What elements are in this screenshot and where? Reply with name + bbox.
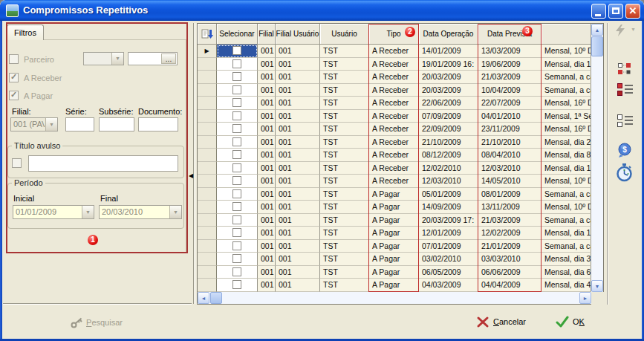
row-select-cell[interactable] <box>217 201 258 214</box>
documento-input[interactable] <box>138 117 178 131</box>
row-select-cell[interactable] <box>217 279 258 292</box>
column-header-tipo[interactable]: Tipo <box>369 24 419 45</box>
subserie-input[interactable] <box>99 117 134 131</box>
row-checkbox[interactable] <box>232 46 241 55</box>
transfer-button[interactable] <box>618 63 631 77</box>
row-select-cell[interactable] <box>217 149 258 162</box>
list-red-button[interactable] <box>617 82 634 100</box>
column-header-filial-usuario[interactable]: Filial Usuário <box>276 24 320 45</box>
column-header-data-operacao[interactable]: Data Operação <box>419 24 478 45</box>
table-row[interactable]: 001001TSTA Pagar04/03/200904/04/2009Mens… <box>198 279 591 292</box>
row-checkbox[interactable] <box>232 228 241 237</box>
scroll-left-icon[interactable]: ◄ <box>198 292 209 304</box>
a-receber-checkbox[interactable] <box>9 73 19 82</box>
lookup-ellipsis-button[interactable]: ... <box>161 53 176 64</box>
row-checkbox[interactable] <box>232 111 241 120</box>
table-row[interactable]: 001001TSTA Receber22/06/200922/07/2009Me… <box>198 97 591 110</box>
row-checkbox[interactable] <box>232 215 241 224</box>
row-select-cell[interactable] <box>217 253 258 266</box>
table-row[interactable]: 001001TSTA Pagar03/02/201003/03/2010Mens… <box>198 253 591 266</box>
row-select-cell[interactable] <box>217 110 258 123</box>
row-checkbox[interactable] <box>232 98 241 107</box>
title-bar[interactable]: Compromissos Repetitivos ✕ <box>0 0 644 21</box>
row-checkbox[interactable] <box>232 241 241 250</box>
column-header-selecionar[interactable]: Selecionar <box>217 24 258 45</box>
hscroll-thumb[interactable] <box>210 292 222 304</box>
titulo-avulso-input[interactable] <box>28 155 178 172</box>
minimize-button[interactable] <box>591 4 606 19</box>
chevron-down-icon[interactable]: ▼ <box>111 53 123 65</box>
row-checkbox[interactable] <box>232 72 241 81</box>
column-header-usuario[interactable]: Usuário <box>320 24 369 45</box>
a-pagar-checkbox[interactable] <box>9 91 19 100</box>
parceiro-checkbox[interactable] <box>9 54 19 64</box>
parceiro-lookup-field[interactable]: ... <box>128 52 178 65</box>
maximize-button[interactable] <box>608 4 623 19</box>
tab-filtros[interactable]: Filtros <box>7 25 44 40</box>
scroll-down-icon[interactable]: ▼ <box>591 280 603 292</box>
row-checkbox[interactable] <box>232 202 241 211</box>
row-checkbox[interactable] <box>232 137 241 146</box>
table-row[interactable]: 001001TSTA Receber20/03/200921/03/2009Se… <box>198 71 591 84</box>
table-row[interactable]: 001001TSTA Receber07/09/200904/01/2010Me… <box>198 110 591 123</box>
row-select-cell[interactable] <box>217 214 258 227</box>
horizontal-scrollbar[interactable]: ◄ ► <box>198 292 591 304</box>
row-checkbox[interactable] <box>232 280 241 289</box>
row-select-cell[interactable] <box>217 240 258 253</box>
column-header-data-prevista[interactable]: Data Prevista <box>478 24 541 45</box>
table-row[interactable]: 001001TSTA Receber12/02/201012/03/2010Me… <box>198 162 591 175</box>
row-select-cell[interactable] <box>217 71 258 84</box>
table-row[interactable]: 001001TSTA Pagar14/09/200913/11/2009Mens… <box>198 201 591 214</box>
flash-button[interactable]: ▼ <box>614 24 630 40</box>
column-header-frequencia[interactable] <box>541 24 591 45</box>
dollar-button[interactable]: $ <box>618 143 633 160</box>
table-row[interactable]: 001001TSTA Pagar20/03/2009 17:21/03/2009… <box>198 214 591 227</box>
select-column-icon[interactable] <box>198 24 217 45</box>
row-select-cell[interactable] <box>217 45 258 58</box>
table-row[interactable]: 001001TSTA Receber08/12/200908/04/2010Me… <box>198 149 591 162</box>
filial-combo[interactable]: 001 (PAV ▼ <box>10 117 58 131</box>
table-row[interactable]: 001001TSTA Pagar05/01/200908/01/2009Sema… <box>198 188 591 201</box>
row-checkbox[interactable] <box>232 163 241 172</box>
row-checkbox[interactable] <box>232 267 241 276</box>
inicial-date-combo[interactable]: 01/01/2009 ▼ <box>13 205 94 219</box>
close-button[interactable]: ✕ <box>625 4 640 19</box>
table-row[interactable]: 001001TSTA Receber19/01/2009 16:19/06/20… <box>198 58 591 71</box>
chevron-down-icon[interactable]: ▼ <box>169 206 181 218</box>
row-select-cell[interactable] <box>217 84 258 97</box>
ok-button[interactable]: OK <box>556 314 585 329</box>
table-row[interactable]: 001001TSTA Pagar12/01/200912/02/2009Mens… <box>198 227 591 240</box>
vertical-scrollbar[interactable]: ▲ ▼ <box>591 24 603 292</box>
cancel-button[interactable]: Cancelar <box>476 314 526 329</box>
titulo-avulso-checkbox[interactable] <box>12 158 22 168</box>
stopwatch-button[interactable] <box>615 163 633 186</box>
row-select-cell[interactable] <box>217 227 258 240</box>
final-date-combo[interactable]: 20/03/2010 ▼ <box>99 205 182 219</box>
vscroll-thumb[interactable] <box>591 36 603 56</box>
row-select-cell[interactable] <box>217 175 258 188</box>
chevron-down-icon[interactable]: ▼ <box>82 206 94 218</box>
table-row[interactable]: 001001TSTA Receber20/03/200910/04/2009Se… <box>198 84 591 97</box>
pesquisar-button[interactable]: Pesquisar <box>52 314 141 331</box>
table-row[interactable]: 001001TSTA Receber21/10/200921/10/2010Me… <box>198 136 591 149</box>
list-plain-button[interactable] <box>617 114 634 131</box>
row-checkbox[interactable] <box>232 59 241 68</box>
row-checkbox[interactable] <box>232 85 241 94</box>
row-checkbox[interactable] <box>232 189 241 198</box>
panel-splitter[interactable] <box>193 23 195 304</box>
serie-input[interactable] <box>65 117 94 131</box>
row-select-cell[interactable] <box>217 136 258 149</box>
row-select-cell[interactable] <box>217 162 258 175</box>
table-row[interactable]: 001001TSTA Receber12/03/201014/05/2010Me… <box>198 175 591 188</box>
scroll-up-icon[interactable]: ▲ <box>591 24 603 36</box>
row-select-cell[interactable] <box>217 97 258 110</box>
parceiro-combo[interactable]: ▼ <box>83 52 124 65</box>
row-checkbox[interactable] <box>232 150 241 159</box>
row-select-cell[interactable] <box>217 58 258 71</box>
scroll-right-icon[interactable]: ► <box>579 292 591 304</box>
table-row[interactable]: ▶001001TSTA Receber14/01/200913/03/2009M… <box>198 45 591 58</box>
row-checkbox[interactable] <box>232 124 241 133</box>
table-row[interactable]: 001001TSTA Pagar06/05/200906/06/2009Mens… <box>198 266 591 279</box>
row-checkbox[interactable] <box>232 176 241 185</box>
collapse-arrow-icon[interactable]: ◀ <box>189 172 193 179</box>
